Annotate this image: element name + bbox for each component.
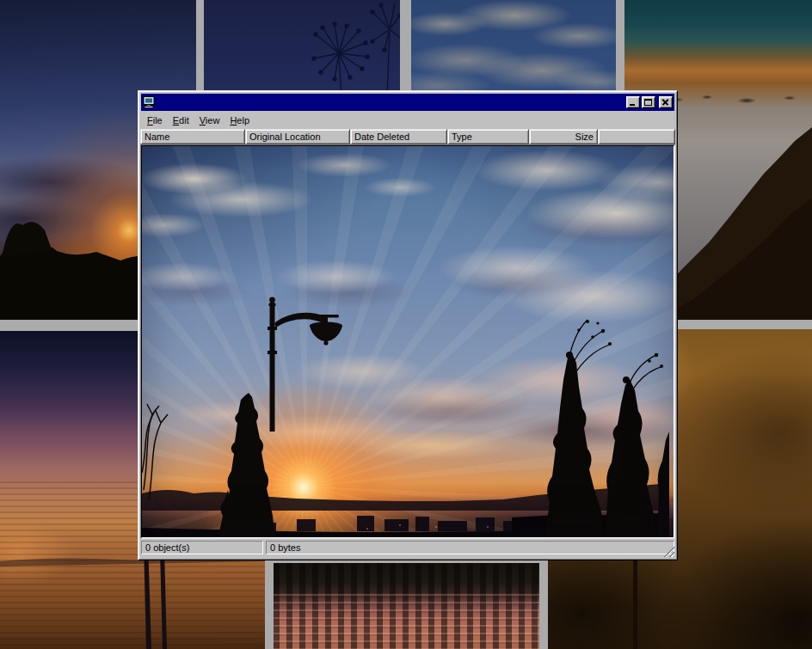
- recycle-bin-window: File Edit View Help Name Original Locati…: [138, 90, 678, 560]
- title-bar[interactable]: [141, 94, 674, 111]
- column-header-row: Name Original Location Date Deleted Type…: [140, 129, 675, 144]
- column-header-filler: [598, 129, 675, 144]
- computer-icon: [143, 96, 157, 108]
- sunset-photo: [142, 146, 674, 537]
- column-header-date-deleted[interactable]: Date Deleted: [350, 129, 447, 144]
- maximize-button[interactable]: [642, 96, 655, 108]
- maximize-icon: [644, 99, 652, 106]
- close-button[interactable]: [659, 96, 673, 108]
- menu-bar: File Edit View Help: [140, 112, 675, 129]
- menu-help[interactable]: Help: [225, 113, 255, 127]
- status-size: 0 bytes: [266, 541, 674, 554]
- menu-view[interactable]: View: [194, 113, 225, 127]
- column-header-name[interactable]: Name: [140, 129, 245, 144]
- photo-vignette: [142, 146, 674, 537]
- column-header-original-location[interactable]: Original Location: [245, 129, 350, 144]
- file-list-view[interactable]: [141, 145, 674, 538]
- window-frame: File Edit View Help Name Original Locati…: [138, 91, 677, 560]
- minimize-icon: [630, 104, 635, 106]
- column-header-type[interactable]: Type: [447, 129, 529, 144]
- status-bar: 0 object(s) 0 bytes: [140, 539, 675, 558]
- desktop: { "window": { "title": "", "icon": "comp…: [0, 0, 812, 649]
- file-list-frame: [140, 144, 675, 539]
- menu-file[interactable]: File: [142, 113, 168, 127]
- status-object-count: 0 object(s): [141, 541, 263, 554]
- wallpaper-photo-water-reflection: [274, 563, 539, 649]
- minimize-button[interactable]: [626, 96, 640, 108]
- menu-edit[interactable]: Edit: [168, 113, 194, 127]
- column-header-size[interactable]: Size: [529, 129, 598, 144]
